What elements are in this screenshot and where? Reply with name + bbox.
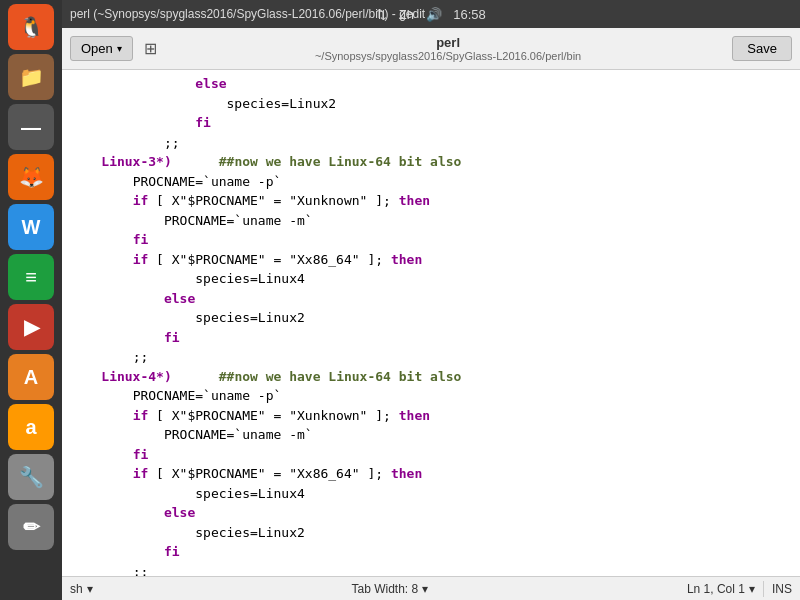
code-token: species=Linux4 (195, 269, 305, 289)
code-token: if (133, 464, 149, 484)
launcher-sidebar: 🐧📁—🦊W≡▶Aa🔧✏ (0, 0, 62, 600)
firefox-icon[interactable]: 🦊 (8, 154, 54, 200)
code-line: ;; (62, 562, 800, 577)
code-line: fi (62, 445, 800, 465)
code-line: Linux-3*) ##now we have Linux-64 bit als… (62, 152, 800, 172)
files-icon[interactable]: 📁 (8, 54, 54, 100)
code-token: [ X"$PROCNAME" = "Xx86_64" ]; (148, 250, 391, 270)
code-token: fi (164, 328, 180, 348)
code-token: then (391, 250, 422, 270)
toolbar-path-area: perl ~/Synopsys/spyglass2016/SpyGlass-L2… (315, 35, 581, 62)
amazon-icon[interactable]: a (8, 404, 54, 450)
code-line: species=Linux2 (62, 94, 800, 114)
code-line: if [ X"$PROCNAME" = "Xx86_64" ]; then (62, 250, 800, 270)
misc-icon[interactable]: 🔧 (8, 454, 54, 500)
code-line: PROCNAME=`uname -m` (62, 211, 800, 231)
writer-icon[interactable]: W (8, 204, 54, 250)
statusbar-tab-dropdown[interactable]: ▾ (422, 582, 428, 596)
code-token: ##now we have Linux-64 bit also (219, 152, 462, 172)
code-token: then (399, 406, 430, 426)
editor-area: else species=Linux2 fi ;; Linux-3*) ##no… (62, 70, 800, 576)
code-line: PROCNAME=`uname -p` (62, 172, 800, 192)
code-line: else (62, 289, 800, 309)
code-line: fi (62, 542, 800, 562)
new-tab-button[interactable]: ⊞ (137, 34, 164, 63)
code-token: [ X"$PROCNAME" = "Xx86_64" ]; (148, 464, 391, 484)
statusbar-mode-section: sh ▾ (70, 582, 93, 596)
main-window: perl (~Synopsys/spyglass2016/SpyGlass-L2… (62, 0, 800, 600)
code-line: if [ X"$PROCNAME" = "Xx86_64" ]; then (62, 464, 800, 484)
code-view[interactable]: else species=Linux2 fi ;; Linux-3*) ##no… (62, 70, 800, 576)
code-line: species=Linux4 (62, 484, 800, 504)
code-line: if [ X"$PROCNAME" = "Xunknown" ]; then (62, 406, 800, 426)
code-token: [ X"$PROCNAME" = "Xunknown" ]; (148, 191, 398, 211)
code-token: fi (164, 542, 180, 562)
ubuntu-logo[interactable]: 🐧 (8, 4, 54, 50)
toolbar-right: Save (732, 36, 792, 61)
code-token: else (195, 74, 226, 94)
code-line: species=Linux2 (62, 523, 800, 543)
code-token: Linux-4*) (101, 367, 171, 387)
code-token: else (164, 503, 195, 523)
code-line: ;; (62, 133, 800, 153)
code-line: species=Linux4 (62, 269, 800, 289)
titlebar: perl (~Synopsys/spyglass2016/SpyGlass-L2… (62, 0, 800, 28)
base-icon[interactable]: A (8, 354, 54, 400)
dropdown-arrow-icon: ▾ (117, 43, 122, 54)
titlebar-arrows: ⇅ (376, 7, 387, 22)
code-line: else (62, 74, 800, 94)
code-line: else (62, 503, 800, 523)
statusbar-position-dropdown[interactable]: ▾ (749, 582, 755, 596)
statusbar: sh ▾ Tab Width: 8 ▾ Ln 1, Col 1 ▾ INS (62, 576, 800, 600)
open-button[interactable]: Open ▾ (70, 36, 133, 61)
text-editor-icon[interactable]: ✏ (8, 504, 54, 550)
code-line: ;; (62, 347, 800, 367)
code-line: PROCNAME=`uname -m` (62, 425, 800, 445)
statusbar-position: Ln 1, Col 1 (687, 582, 745, 596)
code-token: then (399, 191, 430, 211)
code-token: if (133, 191, 149, 211)
code-token: PROCNAME=`uname -m` (164, 425, 313, 445)
code-token: else (164, 289, 195, 309)
code-token: species=Linux2 (195, 523, 305, 543)
code-token: ;; (133, 347, 149, 367)
code-token: fi (195, 113, 211, 133)
code-token: ;; (164, 133, 180, 153)
code-line: PROCNAME=`uname -p` (62, 386, 800, 406)
code-token: fi (133, 445, 149, 465)
impress-icon[interactable]: ▶ (8, 304, 54, 350)
code-token: PROCNAME=`uname -p` (133, 172, 282, 192)
toolbar-filename: perl (315, 35, 581, 50)
titlebar-zh: Zh (399, 7, 414, 22)
titlebar-volume: 🔊 (426, 7, 442, 22)
titlebar-title: perl (~Synopsys/spyglass2016/SpyGlass-L2… (70, 7, 425, 21)
save-button[interactable]: Save (732, 36, 792, 61)
minimize-icon[interactable]: — (8, 104, 54, 150)
toolbar-path: ~/Synopsys/spyglass2016/SpyGlass-L2016.0… (315, 50, 581, 62)
code-line: Linux-4*) ##now we have Linux-64 bit als… (62, 367, 800, 387)
code-token: ;; (133, 562, 149, 577)
statusbar-tab-width: Tab Width: 8 (351, 582, 418, 596)
open-label: Open (81, 41, 113, 56)
calc-icon[interactable]: ≡ (8, 254, 54, 300)
titlebar-center: ⇅ Zh 🔊 16:58 (376, 7, 486, 22)
code-line: species=Linux2 (62, 308, 800, 328)
code-token: species=Linux4 (195, 484, 305, 504)
toolbar: Open ▾ ⊞ perl ~/Synopsys/spyglass2016/Sp… (62, 28, 800, 70)
toolbar-left: Open ▾ ⊞ (70, 34, 164, 63)
code-token: if (133, 406, 149, 426)
code-line: fi (62, 113, 800, 133)
code-token: ##now we have Linux-64 bit also (219, 367, 462, 387)
titlebar-time: 16:58 (453, 7, 486, 22)
statusbar-tab-section: Tab Width: 8 ▾ (351, 582, 428, 596)
code-token: then (391, 464, 422, 484)
statusbar-ins: INS (772, 582, 792, 596)
statusbar-mode-dropdown[interactable]: ▾ (87, 582, 93, 596)
titlebar-left: perl (~Synopsys/spyglass2016/SpyGlass-L2… (70, 7, 425, 21)
code-line: fi (62, 230, 800, 250)
code-token: if (133, 250, 149, 270)
code-token: PROCNAME=`uname -p` (133, 386, 282, 406)
code-token: PROCNAME=`uname -m` (164, 211, 313, 231)
statusbar-position-section: Ln 1, Col 1 ▾ INS (687, 581, 792, 597)
statusbar-mode: sh (70, 582, 83, 596)
